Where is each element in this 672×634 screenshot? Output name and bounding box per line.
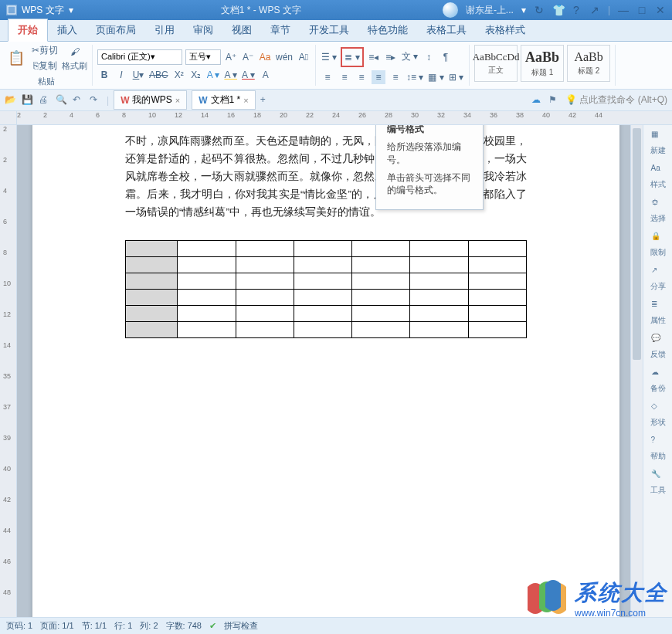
status-pages[interactable]: 页面: 1/1 (40, 620, 73, 632)
table-cell[interactable] (126, 321, 178, 337)
table-cell[interactable] (294, 305, 351, 321)
app-menu[interactable]: WPS 文字 ▾ (0, 4, 80, 17)
scrollbar-thumb[interactable] (633, 128, 641, 360)
align-right-icon[interactable]: ≡ (355, 70, 368, 84)
table-row[interactable] (126, 256, 527, 273)
tab-sections[interactable]: 章节 (261, 19, 300, 41)
cloud-icon[interactable]: ☁ (531, 94, 544, 107)
align-justify-icon[interactable]: ≡ (372, 70, 385, 84)
line-spacing-icon[interactable]: ↕≡ ▾ (406, 70, 424, 84)
close-button[interactable]: ✕ (655, 5, 666, 15)
status-page[interactable]: 页码: 1 (6, 620, 32, 632)
print-preview-icon[interactable]: 🔍 (56, 94, 68, 107)
tab-home[interactable]: 开始 (8, 19, 48, 42)
feedback-icon[interactable]: ↗ (589, 5, 600, 15)
clear-format-icon[interactable]: A⃠ (297, 50, 311, 64)
table-row[interactable] (126, 240, 527, 256)
align-left-icon[interactable]: ≡ (321, 70, 334, 84)
style-heading2[interactable]: AaBb 标题 2 (567, 45, 610, 82)
page[interactable]: 不时，凉风阵雨骤然而至。天色还是晴朗的，无风，阳光正好，鸟语花香的校园里，还算是… (32, 125, 619, 634)
italic-icon[interactable]: I (114, 68, 128, 82)
table-cell[interactable] (352, 273, 410, 289)
table-cell[interactable] (352, 256, 410, 273)
tab-insert[interactable]: 插入 (48, 19, 87, 41)
numbering-button-highlighted[interactable]: ≣ ▾ (341, 47, 363, 67)
tab-document1[interactable]: W文档1 *× (192, 90, 255, 110)
font-color-icon[interactable]: A ▾ (241, 68, 256, 82)
text-direction-icon[interactable]: 文 ▾ (401, 50, 419, 64)
tab-table-style[interactable]: 表格样式 (476, 19, 535, 41)
distribute-icon[interactable]: ≡ (389, 70, 402, 84)
style-heading1[interactable]: AaBb 标题 1 (521, 45, 564, 82)
table-cell[interactable] (178, 289, 236, 305)
change-case-icon[interactable]: Aa (258, 50, 272, 64)
tab-page-layout[interactable]: 页面布局 (87, 19, 145, 41)
subscript-icon[interactable]: X₂ (189, 68, 203, 82)
table-cell[interactable] (294, 256, 351, 273)
decrease-font-icon[interactable]: A⁻ (241, 50, 255, 64)
table-cell[interactable] (178, 273, 236, 289)
tab-developer[interactable]: 开发工具 (300, 19, 358, 41)
status-line[interactable]: 行: 1 (114, 620, 132, 632)
bullet-list-icon[interactable]: ☰ ▾ (321, 50, 338, 64)
table-cell[interactable] (468, 289, 526, 305)
help-icon[interactable]: ? (571, 5, 582, 15)
format-painter-icon[interactable]: 🖌 (68, 45, 82, 59)
table-row[interactable] (126, 321, 527, 337)
tab-my-wps[interactable]: W我的WPS× (114, 90, 187, 110)
ruler-horizontal[interactable]: 2246810121416182022242628303234363840424… (0, 111, 672, 125)
save-icon[interactable]: 💾 (22, 94, 34, 107)
table-cell[interactable] (126, 256, 178, 273)
table-cell[interactable] (410, 240, 468, 256)
superscript-icon[interactable]: X² (172, 68, 186, 82)
show-marks-icon[interactable]: ¶ (439, 50, 453, 64)
table-cell[interactable] (178, 305, 236, 321)
table-cell[interactable] (236, 273, 294, 289)
side-item-属性[interactable]: ≣属性 (650, 300, 666, 326)
user-name[interactable]: 谢东星-上... (466, 4, 514, 17)
table-cell[interactable] (236, 256, 294, 273)
status-spell[interactable]: 拼写检查 (224, 620, 258, 632)
char-shading-icon[interactable]: A (259, 68, 273, 82)
font-size-combo[interactable]: 五号 ▾ (185, 49, 221, 65)
highlight-icon[interactable]: A ▾ (223, 68, 238, 82)
table-row[interactable] (126, 289, 527, 305)
maximize-button[interactable]: □ (636, 5, 647, 15)
table-cell[interactable] (178, 240, 236, 256)
minimize-button[interactable]: — (618, 5, 629, 15)
table-cell[interactable] (468, 305, 526, 321)
table-cell[interactable] (126, 305, 178, 321)
phonetic-guide-icon[interactable]: wén (275, 50, 294, 64)
table-cell[interactable] (468, 240, 526, 256)
cut-button[interactable]: ✂ 剪切 (31, 43, 59, 57)
undo-icon[interactable]: ↶ (73, 94, 85, 107)
table-cell[interactable] (410, 273, 468, 289)
tab-view[interactable]: 视图 (222, 19, 261, 41)
side-item-限制[interactable]: 🔒限制 (650, 232, 666, 258)
tab-table-tools[interactable]: 表格工具 (417, 19, 476, 41)
table-cell[interactable] (352, 240, 410, 256)
tab-review[interactable]: 审阅 (184, 19, 222, 41)
font-name-combo[interactable]: Calibri (正文) ▾ (97, 49, 182, 65)
ruler-vertical[interactable]: 224681012143537394042444648 (0, 125, 17, 634)
user-avatar[interactable] (443, 2, 458, 18)
table[interactable] (125, 240, 527, 338)
table-cell[interactable] (410, 289, 468, 305)
table-cell[interactable] (294, 289, 351, 305)
status-section[interactable]: 节: 1/1 (82, 620, 107, 632)
shading-icon[interactable]: ▦ ▾ (427, 70, 444, 84)
side-item-样式[interactable]: Aa样式 (650, 164, 666, 190)
status-words[interactable]: 字数: 748 (166, 620, 202, 632)
style-normal[interactable]: AaBbCcDd 正文 (474, 45, 518, 82)
table-cell[interactable] (294, 273, 351, 289)
status-col[interactable]: 列: 2 (140, 620, 158, 632)
side-item-帮助[interactable]: ?帮助 (650, 436, 666, 462)
document-area[interactable]: 不时，凉风阵雨骤然而至。天色还是晴朗的，无风，阳光正好，鸟语花香的校园里，还算是… (17, 125, 630, 634)
align-center-icon[interactable]: ≡ (338, 70, 351, 84)
redo-icon[interactable]: ↷ (90, 94, 102, 107)
spell-check-icon[interactable]: ✔ (209, 621, 216, 631)
table-cell[interactable] (236, 305, 294, 321)
table-cell[interactable] (178, 256, 236, 273)
underline-icon[interactable]: U ▾ (131, 68, 145, 82)
copy-button[interactable]: ⎘ 复制 (31, 59, 59, 73)
